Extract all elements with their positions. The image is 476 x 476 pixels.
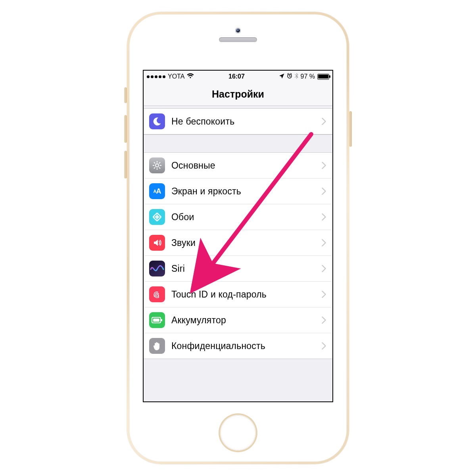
row-label: Не беспокоить — [171, 116, 322, 127]
row-label: Экран и яркость — [171, 186, 322, 197]
earpiece-speaker — [219, 37, 257, 42]
svg-line-6 — [154, 162, 155, 163]
siri-icon — [149, 261, 165, 276]
clock-label: 16:07 — [228, 73, 245, 80]
chevron-right-icon — [322, 317, 326, 324]
location-icon — [279, 73, 284, 80]
chevron-right-icon — [322, 188, 326, 195]
row-label: Аккумулятор — [171, 315, 322, 326]
battery-icon — [317, 74, 329, 80]
row-label: Siri — [171, 263, 322, 274]
battery-percent-label: 97 % — [301, 73, 315, 80]
settings-group-2: Основные AA Экран и яркость — [144, 153, 332, 359]
alarm-icon — [287, 73, 292, 80]
svg-point-11 — [156, 216, 158, 218]
chevron-right-icon — [322, 162, 326, 169]
sounds-icon — [149, 235, 165, 251]
row-label: Основные — [171, 160, 322, 171]
gear-icon — [149, 157, 165, 173]
svg-point-1 — [155, 164, 159, 167]
row-wallpaper[interactable]: Обои — [144, 204, 332, 230]
chevron-right-icon — [322, 213, 326, 221]
chevron-right-icon — [322, 118, 326, 125]
page-title: Настройки — [212, 88, 264, 100]
row-privacy[interactable]: Конфиденциальность — [144, 333, 332, 359]
svg-rect-18 — [153, 319, 159, 322]
moon-icon — [149, 113, 165, 129]
power-button — [349, 111, 352, 147]
row-sounds[interactable]: Звуки — [144, 230, 332, 256]
row-label: Конфиденциальность — [171, 341, 322, 351]
volume-down-button — [124, 151, 127, 178]
front-camera — [235, 28, 241, 33]
carrier-label: YOTA — [168, 73, 184, 80]
row-label: Обои — [171, 212, 322, 223]
fingerprint-icon — [149, 286, 165, 302]
row-display[interactable]: AA Экран и яркость — [144, 178, 332, 204]
navigation-bar: Настройки — [144, 83, 332, 106]
hand-icon — [149, 338, 165, 354]
signal-strength-icon — [147, 75, 165, 78]
svg-rect-17 — [161, 319, 162, 321]
settings-list[interactable]: Не беспокоить Основные — [144, 108, 332, 359]
volume-up-button — [124, 115, 127, 143]
wallpaper-icon — [149, 209, 165, 225]
chevron-right-icon — [322, 342, 326, 349]
row-general[interactable]: Основные — [144, 153, 332, 178]
svg-line-7 — [159, 167, 160, 169]
group-separator — [144, 134, 332, 153]
row-battery[interactable]: Аккумулятор — [144, 307, 332, 333]
home-button[interactable] — [220, 415, 256, 451]
bluetooth-icon — [295, 73, 298, 81]
mute-switch — [124, 87, 127, 103]
chevron-right-icon — [322, 291, 326, 298]
row-siri[interactable]: Siri — [144, 256, 332, 282]
row-do-not-disturb[interactable]: Не беспокоить — [144, 109, 332, 134]
settings-group-1: Не беспокоить — [144, 108, 332, 134]
display-icon: AA — [149, 183, 165, 199]
phone-frame: YOTA 16:07 97 % — [127, 12, 349, 464]
wifi-icon — [187, 73, 194, 80]
chevron-right-icon — [322, 239, 326, 246]
svg-line-8 — [159, 162, 160, 163]
row-label: Звуки — [171, 238, 322, 248]
svg-line-9 — [154, 167, 155, 169]
chevron-right-icon — [322, 265, 326, 272]
screen: YOTA 16:07 97 % — [143, 70, 333, 402]
status-bar: YOTA 16:07 97 % — [144, 71, 332, 83]
row-touch-id[interactable]: Touch ID и код-пароль — [144, 282, 332, 307]
battery-icon — [149, 312, 165, 328]
row-label: Touch ID и код-пароль — [171, 289, 322, 300]
